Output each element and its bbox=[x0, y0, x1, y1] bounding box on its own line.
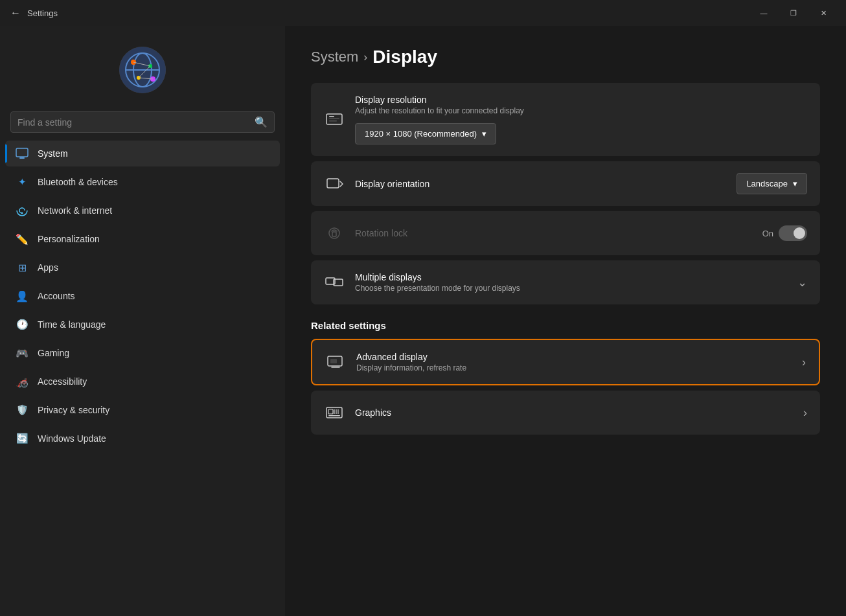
resolution-title: Display resolution bbox=[355, 95, 807, 105]
sidebar-item-update[interactable]: 🔄 Windows Update bbox=[5, 426, 280, 451]
svg-point-13 bbox=[21, 212, 23, 214]
breadcrumb: System › Display bbox=[311, 47, 820, 67]
multiple-info: Multiple displays Choose the presentatio… bbox=[355, 272, 787, 293]
apps-icon: ⊞ bbox=[16, 261, 29, 274]
multiple-displays-icon bbox=[324, 272, 345, 293]
chevron-right-icon: › bbox=[802, 356, 806, 369]
related-settings-label: Related settings bbox=[311, 320, 820, 331]
accessibility-icon: 🦽 bbox=[16, 375, 29, 388]
orientation-dropdown[interactable]: Landscape ▾ bbox=[737, 173, 807, 194]
sidebar-label-update: Windows Update bbox=[38, 433, 106, 444]
resolution-row: Display resolution Adjust the resolution… bbox=[311, 83, 820, 156]
toggle-knob bbox=[794, 227, 805, 239]
titlebar: ← Settings — ❐ ✕ bbox=[0, 0, 846, 26]
back-icon[interactable]: ← bbox=[10, 7, 21, 19]
svg-rect-25 bbox=[330, 359, 337, 363]
sidebar-item-accounts[interactable]: 👤 Accounts bbox=[5, 283, 280, 309]
bluetooth-icon: ✦ bbox=[16, 176, 29, 188]
svg-rect-11 bbox=[16, 148, 28, 157]
sidebar-label-time: Time & language bbox=[38, 319, 106, 330]
svg-rect-20 bbox=[332, 232, 336, 236]
titlebar-controls: — ❐ ✕ bbox=[749, 3, 838, 23]
rotation-control: On bbox=[762, 225, 807, 241]
resolution-icon bbox=[324, 109, 345, 130]
resolution-dropdown[interactable]: 1920 × 1080 (Recommended) ▾ bbox=[355, 123, 496, 144]
resolution-info: Display resolution Adjust the resolution… bbox=[355, 95, 807, 144]
resolution-subtitle: Adjust the resolution to fit your connec… bbox=[355, 106, 807, 115]
graphics-info: Graphics bbox=[355, 407, 793, 418]
network-icon bbox=[16, 204, 29, 217]
breadcrumb-current: Display bbox=[372, 47, 437, 67]
display-orientation-card: Display orientation Landscape ▾ bbox=[311, 161, 820, 206]
sidebar-label-network: Network & internet bbox=[38, 205, 112, 216]
rotation-lock-card: Rotation lock On bbox=[311, 211, 820, 255]
graphics-row[interactable]: Graphics › bbox=[311, 391, 820, 435]
sidebar-label-gaming: Gaming bbox=[38, 348, 69, 358]
graphics-card: Graphics › bbox=[311, 391, 820, 435]
sidebar-label-bluetooth: Bluetooth & devices bbox=[38, 177, 118, 187]
multiple-row[interactable]: Multiple displays Choose the presentatio… bbox=[311, 260, 820, 304]
svg-rect-17 bbox=[329, 120, 337, 122]
display-resolution-card: Display resolution Adjust the resolution… bbox=[311, 83, 820, 156]
sidebar-item-privacy[interactable]: 🛡️ Privacy & security bbox=[5, 397, 280, 423]
gaming-icon: 🎮 bbox=[16, 347, 29, 359]
advanced-display-row[interactable]: Advanced display Display information, re… bbox=[312, 340, 819, 384]
maximize-button[interactable]: ❐ bbox=[779, 3, 808, 23]
svg-rect-12 bbox=[19, 157, 25, 159]
minimize-button[interactable]: — bbox=[749, 3, 779, 23]
sidebar-item-time[interactable]: 🕐 Time & language bbox=[5, 312, 280, 337]
personalization-icon: ✏️ bbox=[16, 233, 29, 245]
breadcrumb-parent[interactable]: System bbox=[311, 49, 358, 65]
sidebar-item-system[interactable]: System bbox=[5, 141, 280, 166]
app-title: Settings bbox=[27, 8, 58, 18]
orientation-info: Display orientation bbox=[355, 179, 726, 189]
sidebar-label-accounts: Accounts bbox=[38, 291, 75, 301]
search-box[interactable]: 🔍 bbox=[5, 111, 280, 133]
graphics-icon bbox=[324, 402, 345, 423]
search-icon: 🔍 bbox=[255, 116, 268, 128]
advanced-display-icon bbox=[325, 352, 346, 372]
main-content: System › Display Display resolution Adju… bbox=[285, 26, 846, 616]
close-button[interactable]: ✕ bbox=[808, 3, 838, 23]
svg-rect-15 bbox=[329, 116, 334, 117]
advanced-display-card[interactable]: Advanced display Display information, re… bbox=[311, 339, 820, 385]
sidebar-label-personalization: Personalization bbox=[38, 234, 100, 244]
sidebar-label-apps: Apps bbox=[38, 262, 58, 273]
sidebar-label-system: System bbox=[38, 148, 68, 159]
update-icon: 🔄 bbox=[16, 432, 29, 445]
sidebar-item-gaming[interactable]: 🎮 Gaming bbox=[5, 340, 280, 366]
graphics-control: › bbox=[803, 406, 807, 420]
expand-icon: ⌄ bbox=[797, 275, 807, 290]
sidebar-item-accessibility[interactable]: 🦽 Accessibility bbox=[5, 369, 280, 394]
rotation-icon bbox=[324, 223, 345, 244]
svg-rect-18 bbox=[327, 179, 339, 188]
user-profile bbox=[5, 36, 280, 109]
multiple-displays-card: Multiple displays Choose the presentatio… bbox=[311, 260, 820, 304]
privacy-icon: 🛡️ bbox=[16, 404, 29, 416]
advanced-display-subtitle: Display information, refresh rate bbox=[356, 363, 792, 372]
orientation-row: Display orientation Landscape ▾ bbox=[311, 161, 820, 206]
chevron-right-icon-2: › bbox=[803, 406, 807, 420]
multiple-subtitle: Choose the presentation mode for your di… bbox=[355, 284, 787, 293]
chevron-down-icon: ▾ bbox=[482, 129, 486, 139]
orientation-title: Display orientation bbox=[355, 179, 726, 189]
sidebar-label-accessibility: Accessibility bbox=[38, 376, 87, 387]
sidebar-item-personalization[interactable]: ✏️ Personalization bbox=[5, 226, 280, 252]
sidebar-item-network[interactable]: Network & internet bbox=[5, 198, 280, 223]
graphics-title: Graphics bbox=[355, 407, 793, 418]
toggle-label: On bbox=[762, 229, 773, 238]
multiple-title: Multiple displays bbox=[355, 272, 787, 282]
rotation-info: Rotation lock bbox=[355, 228, 752, 238]
advanced-display-title: Advanced display bbox=[356, 352, 792, 362]
multiple-control: ⌄ bbox=[797, 275, 807, 290]
sidebar-item-apps[interactable]: ⊞ Apps bbox=[5, 255, 280, 280]
search-input[interactable] bbox=[17, 117, 249, 128]
rotation-toggle[interactable] bbox=[779, 225, 807, 241]
app-content: 🔍 System ✦ Bluetooth & devices bbox=[0, 26, 846, 616]
advanced-display-info: Advanced display Display information, re… bbox=[356, 352, 792, 372]
time-icon: 🕐 bbox=[16, 318, 29, 331]
sidebar-item-bluetooth[interactable]: ✦ Bluetooth & devices bbox=[5, 169, 280, 195]
sidebar-label-privacy: Privacy & security bbox=[38, 405, 109, 415]
avatar[interactable] bbox=[119, 47, 166, 93]
chevron-down-icon: ▾ bbox=[793, 179, 797, 188]
